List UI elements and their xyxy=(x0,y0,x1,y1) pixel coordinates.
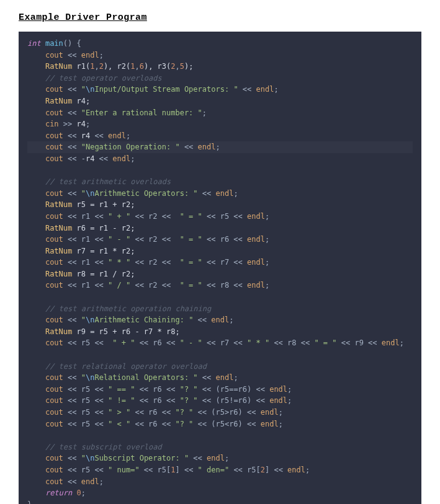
kw-int: int xyxy=(27,39,41,48)
comment: // test arithmetic operation chaining xyxy=(45,304,211,313)
comment: // test relational operator overload xyxy=(45,362,207,371)
comment: // test arithmetic overloads xyxy=(45,177,171,186)
comment: // test subscript overload xyxy=(45,443,162,451)
fn-main: main xyxy=(41,39,63,48)
comment: // test operator overloads xyxy=(45,74,162,82)
section-title: Example Driver Program xyxy=(19,12,421,23)
code-block: int main() { cout << endl; RatNum r1(1,2… xyxy=(19,32,421,504)
kw-return: return xyxy=(45,489,72,497)
